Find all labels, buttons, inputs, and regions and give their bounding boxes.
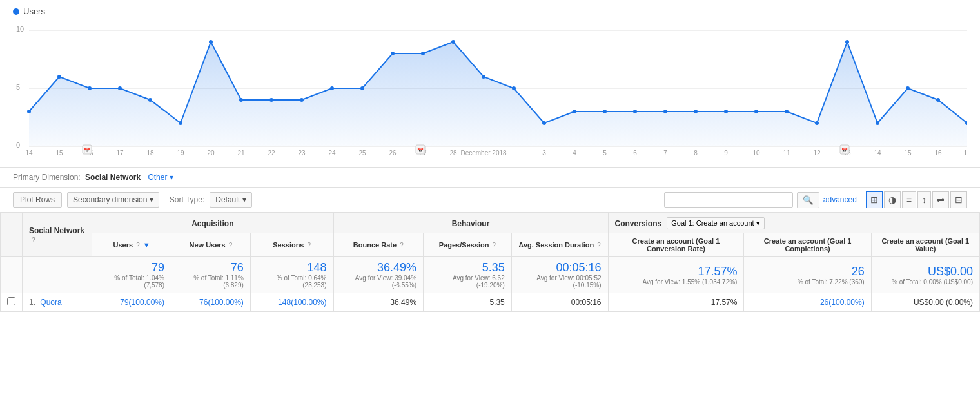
- view-table-icon[interactable]: ⊞: [866, 191, 883, 208]
- svg-point-10: [118, 86, 122, 90]
- chart-container: Users 10 5 0: [0, 0, 980, 168]
- svg-point-13: [209, 40, 213, 44]
- view-pivot-icon[interactable]: ⇌: [932, 191, 949, 208]
- sessions-col-header: Sessions ?: [250, 233, 333, 257]
- table-row: 1. Quora 79(100.00%) 76(100.00%) 148(100…: [1, 293, 980, 312]
- svg-text:16: 16: [934, 150, 942, 157]
- line-chart-svg: 10 5 0: [13, 19, 967, 157]
- quora-goal1-value-cell: US$0.00 (0.00%): [871, 293, 979, 312]
- summary-row: 79 % of Total: 1.04% (7,578) 76 % of Tot…: [1, 257, 980, 293]
- quora-checkbox-cell[interactable]: [1, 293, 23, 312]
- social-network-help-icon[interactable]: ?: [32, 237, 35, 244]
- new-users-help-icon[interactable]: ?: [229, 242, 233, 249]
- quora-link[interactable]: Quora: [40, 298, 61, 307]
- svg-text:18: 18: [146, 150, 154, 157]
- summary-label-cell: [23, 257, 92, 293]
- svg-text:📅: 📅: [417, 147, 424, 153]
- users-sort-arrow: ▼: [143, 241, 150, 249]
- svg-text:14: 14: [25, 150, 33, 157]
- svg-point-14: [239, 98, 243, 102]
- pages-session-col-header: Pages/Session ?: [424, 233, 512, 257]
- svg-point-24: [542, 121, 546, 125]
- section-headers-row: Social Network ? Acquisition Behaviour C…: [1, 213, 980, 234]
- svg-text:📅: 📅: [841, 147, 848, 153]
- view-custom-icon[interactable]: ⊟: [950, 191, 967, 208]
- quora-bounce-rate-cell: 36.49%: [333, 293, 424, 312]
- svg-point-18: [360, 86, 364, 90]
- svg-text:12: 12: [813, 150, 821, 157]
- goal-dropdown[interactable]: Goal 1: Create an account ▾: [667, 217, 764, 229]
- column-headers-row: Users ? ▼ New Users ? Sessions ? Bounce …: [1, 233, 980, 257]
- quora-goal1-completions-cell: 26(100.00%): [744, 293, 871, 312]
- svg-point-11: [148, 98, 152, 102]
- sort-default-dropdown[interactable]: Default ▾: [210, 192, 251, 208]
- svg-point-17: [330, 86, 334, 90]
- new-users-col-header: New Users ?: [171, 233, 250, 257]
- svg-point-34: [845, 40, 849, 44]
- search-input[interactable]: [664, 192, 793, 208]
- summary-checkbox-cell: [1, 257, 23, 293]
- behaviour-section-header: Behaviour: [333, 213, 608, 234]
- quora-checkbox[interactable]: [7, 297, 15, 305]
- view-compare-icon[interactable]: ↕: [917, 191, 931, 208]
- svg-text:December 2018: December 2018: [460, 150, 507, 157]
- toolbar-right: 🔍 advanced ⊞ ◑ ≡ ↕ ⇌ ⊟: [664, 191, 967, 208]
- svg-point-29: [694, 110, 698, 113]
- toolbar: Plot Rows Secondary dimension ▾ Sort Typ…: [0, 188, 980, 213]
- svg-point-23: [512, 86, 516, 90]
- users-help-icon[interactable]: ?: [136, 242, 140, 249]
- svg-point-26: [603, 110, 607, 113]
- svg-text:📅: 📅: [84, 147, 90, 153]
- svg-text:15: 15: [904, 150, 912, 157]
- summary-goal1-rate-cell: 17.57% Avg for View: 1.55% (1,034.72%): [608, 257, 744, 293]
- svg-marker-6: [29, 42, 967, 146]
- svg-text:26: 26: [389, 150, 397, 157]
- svg-point-8: [57, 75, 61, 79]
- advanced-link[interactable]: advanced: [823, 195, 857, 204]
- svg-text:17: 17: [963, 150, 967, 157]
- search-button[interactable]: 🔍: [797, 192, 819, 208]
- view-list-icon[interactable]: ≡: [902, 191, 916, 208]
- quora-rank: 1.: [29, 298, 35, 307]
- pages-session-help-icon[interactable]: ?: [492, 242, 496, 249]
- svg-point-32: [785, 110, 789, 113]
- svg-point-21: [451, 40, 455, 44]
- sessions-help-icon[interactable]: ?: [308, 242, 311, 249]
- quora-new-users-cell: 76(100.00%): [171, 293, 250, 312]
- svg-text:5: 5: [603, 150, 607, 157]
- other-dimension-link[interactable]: Other ▾: [148, 173, 173, 182]
- acquisition-section-header: Acquisition: [92, 213, 333, 234]
- secondary-dimension-dropdown[interactable]: Secondary dimension ▾: [67, 192, 159, 208]
- svg-text:8: 8: [694, 150, 698, 157]
- svg-text:6: 6: [633, 150, 637, 157]
- avg-session-col-header: Avg. Session Duration ?: [511, 233, 608, 257]
- svg-text:21: 21: [237, 150, 245, 157]
- plot-rows-button[interactable]: Plot Rows: [13, 192, 62, 208]
- summary-pages-session-cell: 5.35 Avg for View: 6.62 (-19.20%): [424, 257, 512, 293]
- svg-point-22: [482, 75, 485, 79]
- quora-sessions-cell: 148(100.00%): [250, 293, 333, 312]
- legend-label: Users: [23, 6, 45, 16]
- svg-text:19: 19: [177, 150, 184, 157]
- svg-text:28: 28: [449, 150, 457, 157]
- summary-avg-session-cell: 00:05:16 Avg for View: 00:05:52 (-10.15%…: [511, 257, 608, 293]
- svg-point-27: [633, 110, 637, 113]
- summary-sessions-cell: 148 % of Total: 0.64% (23,253): [250, 257, 333, 293]
- quora-goal1-rate-cell: 17.57%: [608, 293, 744, 312]
- svg-point-9: [88, 86, 92, 90]
- view-pie-icon[interactable]: ◑: [884, 191, 901, 208]
- quora-users-cell: 79(100.00%): [92, 293, 172, 312]
- svg-point-31: [754, 110, 758, 113]
- svg-text:11: 11: [783, 150, 790, 157]
- svg-text:10: 10: [752, 150, 760, 157]
- svg-text:25: 25: [358, 150, 366, 157]
- bounce-rate-help-icon[interactable]: ?: [400, 242, 404, 249]
- users-col-header: Users ? ▼: [92, 233, 172, 257]
- svg-text:0: 0: [16, 141, 20, 149]
- avg-session-help-icon[interactable]: ?: [597, 242, 601, 249]
- svg-text:4: 4: [573, 150, 576, 157]
- svg-text:5: 5: [16, 83, 20, 91]
- sort-type-label: Sort Type:: [170, 195, 204, 204]
- quora-pages-session-cell: 5.35: [424, 293, 512, 312]
- svg-text:3: 3: [542, 150, 546, 157]
